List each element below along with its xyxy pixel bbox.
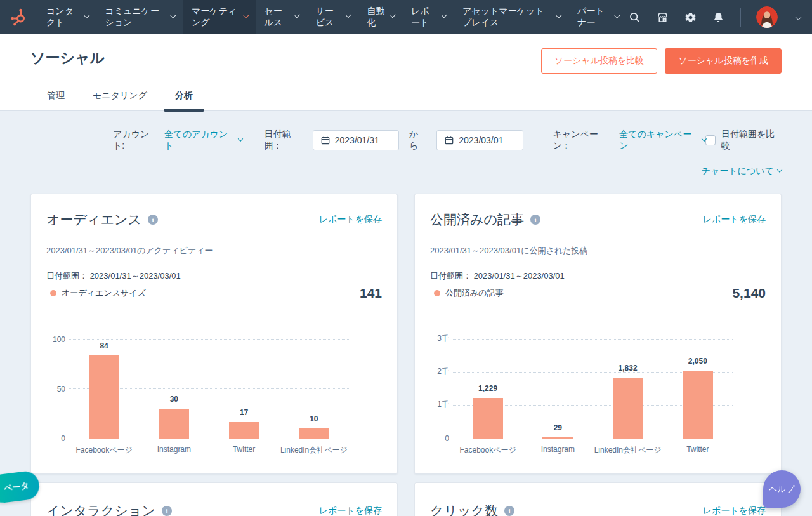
help-button[interactable]: ヘルプ bbox=[763, 470, 801, 508]
compare-social-posts-button[interactable]: ソーシャル投稿を比較 bbox=[541, 48, 658, 74]
compare-date-range-checkbox[interactable]: 日付範囲を比較 bbox=[705, 129, 782, 152]
card-range-value: 2023/01/31～2023/03/01 bbox=[474, 271, 565, 281]
card-subtitle: 2023/01/31～2023/03/01に公開された投稿 bbox=[430, 245, 766, 256]
report-cards-row: オーディエンス レポートを保存 2023/01/31～2023/03/01のアク… bbox=[0, 177, 812, 474]
card-subtitle: 2023/01/31～2023/03/01のアクティビティー bbox=[46, 245, 382, 256]
bar[interactable] bbox=[229, 422, 259, 439]
bar[interactable] bbox=[683, 371, 713, 439]
save-report-link[interactable]: レポートを保存 bbox=[703, 505, 766, 516]
nav-item-automation[interactable]: 自動化 bbox=[359, 0, 403, 34]
campaign-filter-label: キャンペーン： bbox=[553, 129, 614, 152]
audience-bar-chart: 05010084301710 FacebookページInstagramTwitt… bbox=[46, 331, 382, 456]
bar-value-label: 2,050 bbox=[663, 357, 733, 366]
notifications-bell-icon[interactable] bbox=[711, 10, 725, 24]
nav-item-label: レポート bbox=[411, 6, 438, 29]
date-from-input[interactable]: 2023/01/31 bbox=[313, 130, 400, 150]
bar-Facebookページ[interactable]: 1,229 bbox=[453, 331, 523, 439]
category-label: LinkedIn会社ページ bbox=[279, 445, 349, 456]
bar-Twitter[interactable]: 17 bbox=[209, 331, 279, 439]
top-navigation: コンタクト コミュニケーション マーケティング セールス サービス 自動化 レポ… bbox=[0, 0, 812, 34]
bar-LinkedIn会社ページ[interactable]: 1,832 bbox=[593, 331, 663, 439]
interactions-report-card: インタラクション レポートを保存 bbox=[30, 482, 398, 516]
page-title: ソーシャル bbox=[30, 48, 105, 68]
bar-value-label: 10 bbox=[279, 414, 349, 423]
legend-dot-icon bbox=[434, 290, 440, 296]
chevron-down-icon bbox=[390, 13, 396, 18]
legend-dot-icon bbox=[50, 290, 56, 296]
nav-item-label: サービス bbox=[315, 6, 343, 29]
bar-Facebookページ[interactable]: 84 bbox=[69, 331, 139, 439]
search-icon[interactable] bbox=[627, 10, 641, 24]
nav-item-asset-marketplace[interactable]: アセットマーケットプレイス bbox=[454, 0, 569, 34]
bar[interactable] bbox=[299, 428, 329, 439]
bar-LinkedIn会社ページ[interactable]: 10 bbox=[279, 331, 349, 439]
date-to-input[interactable]: 2023/03/01 bbox=[436, 130, 523, 150]
nav-item-communications[interactable]: コミュニケーション bbox=[96, 0, 183, 34]
card-title: オーディエンス bbox=[46, 211, 141, 228]
tab-analyze[interactable]: 分析 bbox=[161, 90, 207, 110]
nav-item-label: コミュニケーション bbox=[105, 6, 167, 29]
bar-value-label: 84 bbox=[69, 341, 139, 350]
account-filter-label: アカウント: bbox=[113, 129, 159, 152]
chevron-down-icon bbox=[777, 167, 782, 172]
create-social-post-button[interactable]: ソーシャル投稿を作成 bbox=[665, 48, 782, 74]
checkbox-icon[interactable] bbox=[705, 135, 716, 145]
tab-monitoring[interactable]: モニタリング bbox=[79, 90, 161, 110]
nav-item-partners[interactable]: パートナー bbox=[569, 0, 627, 34]
bar[interactable] bbox=[159, 409, 189, 439]
bar[interactable] bbox=[613, 378, 643, 439]
bar-value-label: 1,832 bbox=[593, 364, 663, 373]
card-range-label: 日付範囲： bbox=[46, 271, 88, 281]
nav-item-reports[interactable]: レポート bbox=[403, 0, 454, 34]
chevron-down-icon bbox=[294, 13, 300, 18]
card-total-value: 5,140 bbox=[732, 286, 766, 301]
category-label: Instagram bbox=[139, 445, 209, 456]
bar-value-label: 17 bbox=[209, 408, 279, 417]
date-connector-label: から bbox=[409, 129, 427, 152]
audience-report-card: オーディエンス レポートを保存 2023/01/31～2023/03/01のアク… bbox=[30, 194, 398, 474]
settings-gear-icon[interactable] bbox=[683, 10, 697, 24]
account-filter-dropdown[interactable]: 全てのアカウント bbox=[164, 129, 242, 152]
info-icon[interactable] bbox=[148, 215, 158, 225]
published-posts-bar-chart: 01千2千3千1,229291,8322,050 FacebookページInst… bbox=[430, 331, 766, 456]
user-avatar[interactable] bbox=[756, 6, 778, 28]
nav-item-service[interactable]: サービス bbox=[307, 0, 358, 34]
tab-manage[interactable]: 管理 bbox=[33, 90, 79, 110]
bar-Twitter[interactable]: 2,050 bbox=[663, 331, 733, 439]
calendar-icon bbox=[445, 136, 454, 145]
hubspot-logo-icon[interactable] bbox=[9, 8, 28, 27]
chart-category-labels: FacebookページInstagramTwitterLinkedIn会社ページ bbox=[69, 445, 349, 456]
nav-item-label: マーケティング bbox=[192, 6, 240, 29]
nav-item-marketing[interactable]: マーケティング bbox=[183, 0, 256, 34]
nav-item-label: コンタクト bbox=[46, 6, 81, 29]
bar-Instagram[interactable]: 29 bbox=[523, 331, 593, 439]
category-label: Facebookページ bbox=[453, 445, 523, 456]
category-label: Instagram bbox=[523, 445, 593, 456]
chart-category-labels: FacebookページInstagramLinkedIn会社ページTwitter bbox=[453, 445, 733, 456]
bar-value-label: 30 bbox=[139, 395, 209, 404]
marketplace-icon[interactable] bbox=[655, 10, 669, 24]
save-report-link[interactable]: レポートを保存 bbox=[319, 505, 382, 516]
bar[interactable] bbox=[89, 355, 119, 439]
report-cards-row-2: インタラクション レポートを保存 クリック数 レポートを保存 bbox=[0, 474, 812, 516]
info-icon[interactable] bbox=[162, 506, 172, 516]
about-charts-dropdown[interactable]: チャートについて bbox=[702, 166, 782, 177]
save-report-link[interactable]: レポートを保存 bbox=[703, 214, 766, 225]
nav-item-sales[interactable]: セールス bbox=[256, 0, 307, 34]
bar[interactable] bbox=[542, 437, 573, 439]
category-label: Twitter bbox=[663, 445, 733, 456]
chart-plot-area: 01千2千3千1,229291,8322,050 bbox=[453, 331, 733, 439]
account-chevron-down-icon[interactable] bbox=[792, 11, 801, 23]
date-to-value: 2023/03/01 bbox=[459, 135, 503, 145]
nav-divider bbox=[740, 8, 741, 27]
bar[interactable] bbox=[473, 398, 503, 439]
nav-right-icons bbox=[627, 6, 801, 28]
chevron-down-icon bbox=[796, 14, 802, 20]
nav-item-contacts[interactable]: コンタクト bbox=[38, 0, 96, 34]
save-report-link[interactable]: レポートを保存 bbox=[319, 214, 382, 225]
campaign-filter-dropdown[interactable]: 全てのキャンペーン bbox=[619, 129, 705, 152]
filter-bar: アカウント: 全てのアカウント 日付範囲： 2023/01/31 から 2023… bbox=[0, 111, 812, 177]
bar-Instagram[interactable]: 30 bbox=[139, 331, 209, 439]
info-icon[interactable] bbox=[530, 215, 540, 225]
info-icon[interactable] bbox=[504, 506, 514, 516]
